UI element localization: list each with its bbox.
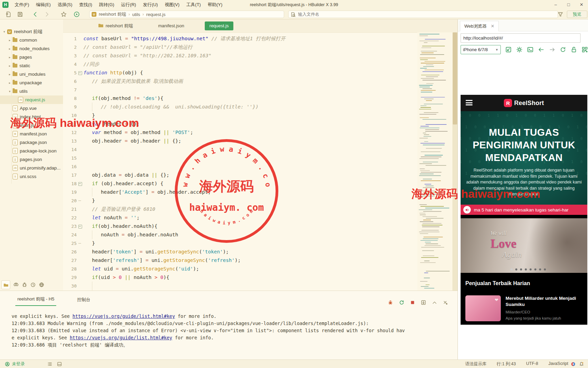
menu-item[interactable]: 运行(R) — [118, 0, 139, 10]
editor-tab[interactable]: manifest.json — [153, 21, 189, 30]
files-view-icon[interactable] — [1, 280, 10, 289]
menu-item[interactable]: 文件(F) — [11, 0, 33, 10]
search-view-icon[interactable] — [13, 282, 19, 288]
save-icon[interactable] — [17, 11, 23, 17]
bug-view-icon[interactable] — [22, 282, 27, 288]
forward-icon[interactable] — [44, 11, 50, 17]
sync-status-icon[interactable] — [571, 362, 576, 367]
editor-tab[interactable]: request.js — [205, 21, 233, 30]
tree-item[interactable]: VApp.vue — [0, 104, 63, 113]
nav-back-icon[interactable] — [538, 46, 544, 53]
code-line[interactable]: 28let uid = uni.getStorageSync('uid'); — [63, 265, 417, 273]
restart-icon[interactable] — [399, 300, 404, 305]
status-item[interactable]: 语法提示库 — [465, 361, 486, 367]
panel-layout-icon[interactable] — [57, 362, 62, 367]
tree-item[interactable]: []package.json — [0, 138, 63, 147]
devtools-console-icon[interactable] — [527, 46, 533, 53]
carousel-dot[interactable] — [539, 268, 541, 270]
status-item[interactable]: UTF-8 — [526, 361, 538, 367]
back-icon[interactable] — [32, 11, 38, 17]
account-icon[interactable] — [5, 362, 10, 367]
chevron-right-icon[interactable]: ▸ — [7, 64, 12, 68]
tree-item[interactable]: JSrequest.js — [0, 95, 63, 104]
tree-item[interactable]: ▸node_modules — [0, 44, 63, 53]
status-item[interactable]: 行:1 列:43 — [497, 361, 516, 367]
carousel-dot[interactable] — [529, 268, 531, 270]
carousel-dot[interactable] — [525, 268, 527, 270]
scrollbar-thumb[interactable] — [453, 32, 457, 124]
chevron-right-icon[interactable]: ▸ — [7, 39, 12, 42]
carousel-dot[interactable] — [515, 268, 517, 270]
refresh-icon[interactable] — [560, 46, 566, 53]
device-select[interactable]: iPhone 6/7/8 ▼ — [461, 45, 501, 54]
code-line[interactable]: 2// const baseUrl = "/apiUrl"//本地运行 — [63, 43, 417, 51]
outline-list-icon[interactable] — [47, 362, 52, 367]
menu-item[interactable]: 发行(U) — [139, 0, 161, 10]
tree-item[interactable]: []package-lock.json — [0, 147, 63, 155]
menu-item[interactable]: 视图(V) — [161, 0, 183, 10]
menu-item[interactable]: 查找(I) — [76, 0, 95, 10]
carousel-dot[interactable] — [544, 268, 546, 270]
filter-icon[interactable] — [558, 12, 563, 17]
breadcrumb-item[interactable]: reelshort 前端 — [99, 11, 126, 17]
run-icon[interactable] — [74, 11, 80, 17]
menu-item[interactable]: 工具(T) — [183, 0, 204, 10]
minimize-button[interactable]: – — [549, 0, 562, 10]
fold-marker[interactable] — [77, 69, 83, 77]
fold-marker[interactable] — [77, 196, 83, 205]
console-link[interactable]: https://vuejs.org/guide/list.html#key — [70, 335, 172, 340]
code-line[interactable]: 7 — [63, 86, 417, 94]
login-status[interactable]: 未登录 — [12, 361, 25, 367]
rotate-device-icon[interactable] — [505, 46, 512, 53]
carousel-dot[interactable] — [534, 268, 536, 270]
code-line[interactable]: 8if(obj.method != 'des'){ — [63, 94, 417, 103]
console-tab[interactable]: reelshort 前端 - H5 — [15, 296, 56, 306]
carousel-dot[interactable] — [510, 268, 512, 270]
clear-console-icon[interactable] — [443, 300, 448, 305]
tree-item[interactable]: ▸unpackage — [0, 78, 63, 87]
fold-marker[interactable] — [77, 222, 83, 231]
code-line[interactable]: 30 — [63, 282, 417, 290]
carousel-dots[interactable] — [510, 268, 546, 270]
history-view-icon[interactable] — [30, 282, 36, 288]
code-line[interactable]: 9// !obj.closeLoading && uni.showLoading… — [63, 103, 417, 111]
hamburger-menu-icon[interactable] — [466, 100, 473, 105]
code-line[interactable]: 4//同步 — [63, 60, 417, 69]
tree-item[interactable]: []pages.json — [0, 155, 63, 164]
carousel-dot[interactable] — [520, 268, 522, 270]
code-line[interactable]: 27header['refresh'] = uni.getStorageSync… — [63, 256, 417, 265]
fold-marker[interactable] — [77, 179, 83, 188]
chevron-right-icon[interactable]: ▸ — [7, 47, 12, 50]
search-input[interactable] — [297, 12, 503, 17]
minimap[interactable] — [417, 32, 452, 291]
menu-item[interactable]: 跳转(G) — [96, 0, 118, 10]
carousel-poster[interactable]: We will Love Again — [461, 218, 587, 273]
tree-item[interactable]: Suni.scss — [0, 172, 63, 181]
product-item[interactable]: Merebut Miliarder untuk Menjadi Suamiku … — [465, 295, 584, 321]
code-line[interactable]: 29if(uid > 0 || noAuth > 0){ — [63, 273, 417, 282]
code-line[interactable]: 5function http(obj) { — [63, 69, 417, 77]
favorite-star-icon[interactable] — [61, 11, 67, 17]
tree-item[interactable]: ▸uni_modules — [0, 70, 63, 78]
stop-icon[interactable] — [410, 300, 415, 305]
code-line[interactable]: 6// 如果设置关闭加载效果 取消加载动画 — [63, 77, 417, 86]
menu-item[interactable]: 帮助(Y) — [204, 0, 226, 10]
unlock-icon[interactable] — [571, 46, 577, 53]
close-icon[interactable]: ✕ — [491, 24, 495, 29]
tree-item[interactable]: ▾Ureelshort 前端 — [0, 27, 63, 36]
editor-tab[interactable]: reelshort 前端 — [94, 21, 138, 30]
tree-item[interactable]: ▸static — [0, 61, 63, 70]
menu-item[interactable]: 选择(S) — [54, 0, 76, 10]
globe-view-icon[interactable] — [39, 282, 44, 288]
code-line[interactable]: 1const baseUrl = "https://498.jiuzhouw.n… — [63, 34, 417, 43]
debug-bug-icon[interactable] — [388, 300, 393, 305]
chevron-right-icon[interactable]: ▸ — [7, 81, 12, 85]
tree-item[interactable]: ▸common — [0, 36, 63, 44]
nav-forward-icon[interactable] — [549, 46, 555, 53]
new-file-icon[interactable] — [5, 11, 12, 17]
export-log-icon[interactable] — [421, 300, 426, 305]
preview-button[interactable]: 预览 — [567, 11, 587, 18]
tree-item[interactable]: ▾utils — [0, 87, 63, 95]
fold-marker[interactable] — [77, 239, 83, 248]
status-item[interactable]: JavaScript — [548, 361, 568, 367]
